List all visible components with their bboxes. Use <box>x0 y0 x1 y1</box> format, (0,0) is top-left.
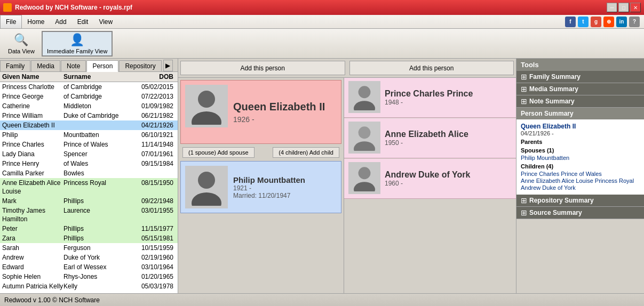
toolbar: 🔍 Data View 👤 Immediate Family View <box>0 29 644 59</box>
svg-point-4 <box>359 86 371 98</box>
list-item[interactable]: Edward Earl of Wessex 03/10/1964 <box>0 262 178 272</box>
person-given: Catherine <box>2 102 63 110</box>
title-bar-text: Redwood by NCH Software - royals.rpf <box>15 4 132 11</box>
ps-child-link-1[interactable]: Prince Charles Prince of Wales <box>521 171 640 177</box>
person-given: Savannah Anne Kathleen <box>2 292 63 293</box>
repository-summary-header[interactable]: ⊞ Repository Summary <box>516 195 644 206</box>
person-surname: Middleton <box>63 102 122 110</box>
menu-home[interactable]: Home <box>22 15 50 28</box>
person-dob: 03/10/1964 <box>122 263 176 271</box>
person-dob: 09/15/1984 <box>122 159 176 168</box>
list-item[interactable]: Prince William Duke of Cambridge 06/21/1… <box>0 111 178 120</box>
spouse-avatar <box>185 166 228 208</box>
source-summary-header[interactable]: ⊞ Source Summary <box>516 207 644 219</box>
immediate-family-view-label: Immediate Family View <box>47 48 108 54</box>
help-icon[interactable]: ? <box>629 17 640 27</box>
tab-person[interactable]: Person <box>86 60 118 72</box>
children-panel[interactable]: Prince Charles Prince 1948 - Anne Elizab… <box>344 78 516 293</box>
list-item[interactable]: Queen Elizabeth II 04/21/1926 <box>0 120 178 130</box>
person-dob: 06/10/1921 <box>122 131 176 139</box>
list-item[interactable]: Savannah Anne Kathleen Phillips 12/29/20… <box>0 291 178 293</box>
person-surname: Phillips <box>63 224 122 233</box>
menu-file[interactable]: File <box>0 15 22 28</box>
list-item[interactable]: Andrew Duke of York 02/19/1960 <box>0 253 178 262</box>
menu-edit[interactable]: Edit <box>72 15 94 28</box>
list-item[interactable]: Prince George of Cambridge 07/22/2013 <box>0 92 178 101</box>
rss-icon[interactable]: ⊕ <box>603 17 614 27</box>
person-dob: 09/22/1948 <box>122 197 176 205</box>
list-item[interactable]: Sophie Helen Rhys-Jones 01/20/1965 <box>0 272 178 281</box>
list-item[interactable]: Autumn Patricia Kelly Kelly 05/03/1978 <box>0 281 178 291</box>
tab-scroll-arrow[interactable]: ▶ <box>163 60 173 71</box>
child-card[interactable]: Prince Charles Prince 1948 - <box>344 78 516 118</box>
google-icon[interactable]: g <box>591 17 601 27</box>
ps-child-link-2[interactable]: Anne Elizabeth Alice Louise Princess Roy… <box>521 178 640 184</box>
ps-spouse-link-1[interactable]: Philip Mountbatten <box>521 155 640 161</box>
child-avatar <box>348 162 380 194</box>
list-item[interactable]: Catherine Middleton 01/09/1982 <box>0 101 178 111</box>
media-summary-header[interactable]: ⊞ Media Summary <box>516 83 644 95</box>
list-item[interactable]: Mark Phillips 09/22/1948 <box>0 196 178 206</box>
main-person-avatar <box>185 85 228 127</box>
main-person-card[interactable]: Queen Elizabeth II 1926 - <box>180 80 341 144</box>
facebook-icon[interactable]: f <box>565 17 576 27</box>
list-item[interactable]: Lady Diana Spencer 07/01/1961 <box>0 149 178 159</box>
spouse-card[interactable]: Philip Mountbatten 1921 - Married: 11/20… <box>180 161 341 213</box>
right-panel: Tools ⊞ Family Summary ⊞ Media Summary ⊞… <box>516 59 644 293</box>
family-summary-header[interactable]: ⊞ Family Summary <box>516 71 644 83</box>
twitter-icon[interactable]: t <box>578 17 589 27</box>
list-item[interactable]: Prince Charles Prince of Wales 11/14/194… <box>0 140 178 149</box>
repository-summary-section: ⊞ Repository Summary <box>516 195 644 207</box>
person-list[interactable]: Princess Charlotte of Cambridge 05/02/20… <box>0 82 178 293</box>
list-item[interactable]: Peter Phillips 11/15/1977 <box>0 224 178 233</box>
list-item[interactable]: Philip Mountbatten 06/10/1921 <box>0 130 178 140</box>
spouse-dates: 1921 - <box>233 184 305 192</box>
child-button[interactable]: (4 children) Add child <box>273 147 339 158</box>
tab-note[interactable]: Note <box>61 60 86 71</box>
list-item[interactable]: Prince Henry of Wales 09/15/1984 <box>0 159 178 168</box>
source-summary-section: ⊞ Source Summary <box>516 207 644 219</box>
main-person-area: Queen Elizabeth II 1926 - (1 spouse) Add… <box>178 78 344 293</box>
ps-child-link-3[interactable]: Andrew Duke of York <box>521 184 640 191</box>
child-info: Andrew Duke of York 1960 - <box>385 162 470 195</box>
ps-spouses-label: Spouses (1) <box>521 147 640 154</box>
data-view-button[interactable]: 🔍 Data View <box>3 31 39 57</box>
tab-media[interactable]: Media <box>31 60 60 71</box>
list-item[interactable]: Anne Elizabeth Alice Louise Princess Roy… <box>0 178 178 196</box>
data-view-label: Data View <box>8 48 35 54</box>
menu-add[interactable]: Add <box>50 15 71 28</box>
close-button[interactable]: ✕ <box>630 3 641 12</box>
person-dob: 11/14/1948 <box>122 140 176 149</box>
list-item[interactable]: Camilla Parker Bowles <box>0 168 178 178</box>
title-bar-controls[interactable]: ─ □ ✕ <box>607 3 641 12</box>
maximize-button[interactable]: □ <box>618 3 629 12</box>
list-item[interactable]: Sarah Ferguson 10/15/1959 <box>0 243 178 253</box>
spouse-button[interactable]: (1 spouse) Add spouse <box>182 147 255 158</box>
menu-view[interactable]: View <box>93 15 118 28</box>
person-surname: of Cambridge <box>63 83 122 91</box>
tab-family[interactable]: Family <box>0 60 30 71</box>
note-summary-header[interactable]: ⊞ Note Summary <box>516 95 644 107</box>
person-given: Zara <box>2 234 63 243</box>
person-dob: 12/29/2010 <box>122 292 176 293</box>
list-item[interactable]: Princess Charlotte of Cambridge 05/02/20… <box>0 82 178 92</box>
child-dates: 1948 - <box>385 99 473 106</box>
child-card[interactable]: Anne Elizabeth Alice 1950 - <box>344 118 516 158</box>
status-text: Redwood v 1.00 © NCH Software <box>4 296 100 304</box>
person-dob <box>122 169 176 178</box>
tab-repository[interactable]: Repository <box>119 60 161 71</box>
svg-point-2 <box>198 172 215 189</box>
child-card[interactable]: Andrew Duke of York 1960 - <box>344 159 516 199</box>
person-given: Andrew <box>2 253 63 262</box>
list-item[interactable]: Zara Phillips 05/15/1981 <box>0 233 178 243</box>
minimize-button[interactable]: ─ <box>607 3 617 12</box>
list-item[interactable]: Timothy James Hamilton Laurence 03/01/19… <box>0 206 178 224</box>
person-dob: 08/15/1950 <box>122 179 176 196</box>
person-given: Lady Diana <box>2 150 63 158</box>
add-person-right-button[interactable]: Add this person <box>349 61 514 75</box>
svg-point-6 <box>359 126 371 139</box>
child-info: Prince Charles Prince 1948 - <box>385 81 473 114</box>
immediate-family-view-button[interactable]: 👤 Immediate Family View <box>42 31 113 57</box>
add-person-left-button[interactable]: Add this person <box>180 61 345 75</box>
linkedin-icon[interactable]: in <box>616 17 627 27</box>
